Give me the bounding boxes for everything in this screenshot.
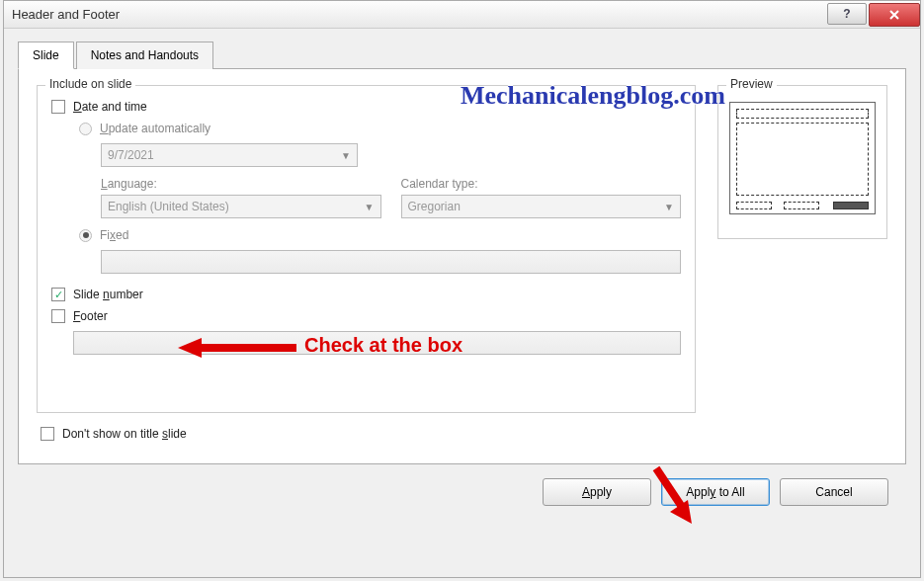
calendar-value: Gregorian xyxy=(408,200,461,213)
dont-show-label: Don't show on title slide xyxy=(62,427,187,441)
preview-footer-placeholder xyxy=(784,202,819,209)
preview-title: Preview xyxy=(726,77,777,91)
calendar-combo[interactable]: Gregorian ▼ xyxy=(401,195,682,218)
fixed-date-input[interactable] xyxy=(101,250,681,274)
slide-number-row: Slide number xyxy=(51,288,681,301)
button-bar: Apply Apply to All Cancel xyxy=(18,464,906,506)
slide-number-label: Slide number xyxy=(73,288,143,301)
calendar-field: Calendar type: Gregorian ▼ xyxy=(401,177,682,218)
date-time-label: Date and time xyxy=(73,100,147,114)
calendar-label: Calendar type: xyxy=(401,177,682,191)
chevron-down-icon: ▼ xyxy=(664,202,674,212)
preview-group: Preview xyxy=(717,85,887,239)
tab-notes-handouts[interactable]: Notes and Handouts xyxy=(76,42,213,69)
dialog-content: Slide Notes and Handouts Include on slid… xyxy=(4,29,920,516)
footer-checkbox[interactable] xyxy=(51,309,65,323)
include-on-slide-group: Include on slide Date and time Update au… xyxy=(37,85,696,413)
close-button[interactable] xyxy=(869,3,920,27)
titlebar: Header and Footer ? xyxy=(4,1,920,29)
tab-panel-slide: Include on slide Date and time Update au… xyxy=(18,69,906,464)
tab-strip: Slide Notes and Handouts xyxy=(18,41,906,69)
chevron-down-icon: ▼ xyxy=(341,150,351,161)
preview-slidenumber-placeholder xyxy=(833,202,869,209)
update-auto-label: Update automatically xyxy=(100,122,210,135)
footer-input[interactable] xyxy=(73,331,681,355)
fixed-radio[interactable] xyxy=(79,229,92,242)
right-column: Preview xyxy=(717,85,887,446)
window-title: Header and Footer xyxy=(12,7,120,22)
date-time-checkbox[interactable] xyxy=(51,100,65,114)
footer-label: Footer xyxy=(73,309,108,323)
date-value-combo[interactable]: 9/7/2021 ▼ xyxy=(101,143,358,167)
date-time-options: Update automatically 9/7/2021 ▼ xyxy=(79,122,681,274)
language-combo[interactable]: English (United States) ▼ xyxy=(101,195,381,218)
update-auto-radio[interactable] xyxy=(79,123,92,135)
cancel-button[interactable]: Cancel xyxy=(780,478,888,506)
preview-slide xyxy=(729,102,876,214)
chevron-down-icon: ▼ xyxy=(365,202,375,212)
apply-button[interactable]: Apply xyxy=(543,478,651,506)
preview-body-placeholder xyxy=(736,123,869,196)
language-value: English (United States) xyxy=(108,200,229,213)
fixed-row: Fixed xyxy=(79,228,681,242)
language-field: Language: English (United States) ▼ xyxy=(101,177,381,218)
date-value-text: 9/7/2021 xyxy=(108,148,154,162)
update-auto-row: Update automatically xyxy=(79,122,681,135)
close-icon xyxy=(888,9,900,21)
preview-title-placeholder xyxy=(736,109,869,119)
dialog-window: Header and Footer ? Slide Notes and Hand… xyxy=(3,0,921,578)
dont-show-checkbox[interactable] xyxy=(41,427,54,441)
preview-date-placeholder xyxy=(736,202,772,209)
titlebar-buttons: ? xyxy=(825,3,920,27)
tab-slide[interactable]: Slide xyxy=(18,42,74,69)
group-title: Include on slide xyxy=(45,77,135,91)
dont-show-row: Don't show on title slide xyxy=(37,427,696,441)
slide-number-checkbox[interactable] xyxy=(51,288,65,301)
footer-row: Footer xyxy=(51,309,681,323)
left-column: Include on slide Date and time Update au… xyxy=(37,85,696,446)
date-time-row: Date and time xyxy=(51,100,681,114)
language-label: Language: xyxy=(101,177,381,191)
apply-to-all-button[interactable]: Apply to All xyxy=(661,478,770,506)
fixed-label: Fixed xyxy=(100,228,128,242)
help-button[interactable]: ? xyxy=(827,3,867,25)
